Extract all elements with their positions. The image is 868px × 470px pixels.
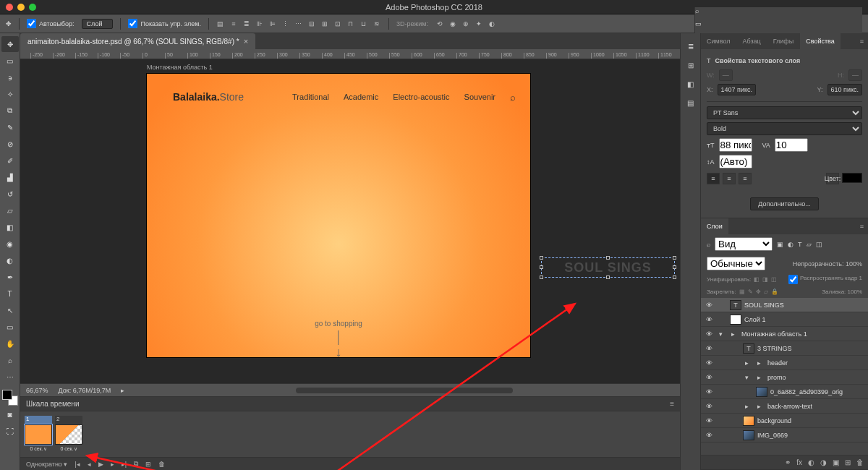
layer-row[interactable]: 👁0_6a882_a5d90399_orig <box>701 385 868 399</box>
link-layers-icon[interactable]: ⚭ <box>785 458 791 466</box>
panel-menu-icon[interactable]: ≡ <box>856 38 868 45</box>
layer-row[interactable]: 👁TSOUL SINGS <box>701 298 868 312</box>
path-tool[interactable]: ↖ <box>1 302 19 318</box>
pen-tool[interactable]: ✒ <box>1 269 19 285</box>
layer-mask-icon[interactable]: ◐ <box>808 458 814 466</box>
lock-all-icon[interactable]: 🔒 <box>771 289 778 295</box>
workspace-icon[interactable]: ▭ <box>695 20 862 27</box>
history-brush-tool[interactable]: ↺ <box>1 186 19 202</box>
prev-frame-icon[interactable]: ◂ <box>88 461 91 468</box>
lock-pixel-icon[interactable]: ✎ <box>748 289 753 295</box>
align-center-icon[interactable]: ≡ <box>723 173 736 184</box>
visibility-icon[interactable]: 👁 <box>704 359 714 367</box>
font-size-field[interactable] <box>719 138 752 152</box>
visibility-icon[interactable]: 👁 <box>704 417 714 424</box>
tracking-field[interactable] <box>719 155 752 168</box>
filter-pixel-icon[interactable]: ▣ <box>777 241 783 248</box>
layer-filter-icon[interactable]: ⌕ <box>707 241 710 248</box>
layer-row[interactable]: 👁Слой 1 <box>701 312 868 327</box>
autoselect-check[interactable]: Автовыбор: <box>27 19 75 28</box>
timeline-frame-1[interactable]: 1 0 сек.∨ <box>25 416 52 452</box>
visibility-icon[interactable]: 👁 <box>704 374 714 381</box>
tab-layers[interactable]: Слои <box>701 218 728 234</box>
autoselect-dropdown[interactable]: Слой <box>82 19 114 29</box>
delete-frame-icon[interactable]: 🗑 <box>158 461 165 468</box>
prop-y[interactable]: 610 пикс. <box>827 84 862 95</box>
layer-row[interactable]: 👁▸▸header <box>701 356 868 370</box>
color-icon[interactable]: ◧ <box>685 78 697 90</box>
layer-fx-icon[interactable]: fx <box>796 458 802 466</box>
layer-row[interactable]: 👁T3 STRINGS <box>701 341 868 356</box>
color-swatches[interactable] <box>2 390 18 406</box>
last-frame-icon[interactable]: ▸| <box>122 461 127 468</box>
swatches-icon[interactable]: ⊞ <box>685 59 697 71</box>
visibility-icon[interactable]: 👁 <box>704 316 714 323</box>
search-icon[interactable]: ⌕ <box>695 7 862 14</box>
layer-row[interactable]: 👁▾▸Монтажная область 1 <box>701 327 868 341</box>
history-icon[interactable]: ≣ <box>685 40 697 52</box>
layer-row[interactable]: 👁background <box>701 414 868 428</box>
selected-text-layer[interactable]: SOUL SINGS <box>564 260 652 275</box>
visibility-icon[interactable]: 👁 <box>704 330 714 338</box>
magic-wand-tool[interactable]: ✧ <box>1 86 19 102</box>
visibility-icon[interactable]: 👁 <box>704 432 714 439</box>
filter-smart-icon[interactable]: ◫ <box>816 241 822 248</box>
hand-tool[interactable]: ✋ <box>1 336 19 351</box>
visibility-icon[interactable]: 👁 <box>704 403 714 410</box>
show-controls-check[interactable]: Показать упр. элем. <box>128 19 200 28</box>
more-button[interactable]: Дополнительно... <box>750 197 818 210</box>
tween-icon[interactable]: ⧉ <box>134 460 138 468</box>
visibility-icon[interactable]: 👁 <box>704 302 714 309</box>
move-tool[interactable]: ✥ <box>1 36 19 52</box>
lock-pos-icon[interactable]: ✥ <box>756 289 761 295</box>
zoom-tool[interactable]: ⌕ <box>1 352 19 368</box>
text-color-chip[interactable] <box>842 173 862 183</box>
play-icon[interactable]: ▶ <box>98 461 103 468</box>
artboard[interactable]: Balalaika.Store Traditional Academic Ele… <box>147 74 530 357</box>
new-group-icon[interactable]: ▣ <box>833 458 839 466</box>
type-tool[interactable]: T <box>1 286 19 302</box>
align-left-icon[interactable]: ≡ <box>707 173 720 184</box>
edit-toolbar[interactable]: ⋯ <box>1 369 19 385</box>
panel-menu-icon[interactable]: ≡ <box>856 223 868 230</box>
selection-bounding-box[interactable]: SOUL SINGS <box>541 257 675 278</box>
opacity-field[interactable]: 100% <box>846 260 862 268</box>
delete-layer-icon[interactable]: 🗑 <box>856 458 864 466</box>
screenmode-tool[interactable]: ⛶ <box>1 423 19 439</box>
lock-artboard-icon[interactable]: ▱ <box>764 289 768 295</box>
gradient-tool[interactable]: ◧ <box>1 219 19 235</box>
shape-tool[interactable]: ▭ <box>1 319 19 335</box>
document-tab[interactable]: animaiton-balalaika-store.psd @ 66,7% (S… <box>20 33 255 49</box>
doc-size[interactable]: Док: 6,76M/19,7M <box>59 387 111 394</box>
blend-mode-select[interactable]: Обычные <box>707 257 765 270</box>
h-scrollbar[interactable] <box>296 388 513 393</box>
font-family-select[interactable]: PT Sans <box>707 106 862 119</box>
lock-trans-icon[interactable]: ▦ <box>739 289 745 295</box>
filter-adjust-icon[interactable]: ◐ <box>788 241 793 248</box>
tab-glyphs[interactable]: Глифы <box>767 33 800 49</box>
next-frame-icon[interactable]: ▸ <box>111 461 114 468</box>
layer-row[interactable]: 👁▸▸back-arrow-text <box>701 399 868 414</box>
mode3d-icons[interactable]: ⟲◉⊕✦◐ <box>435 20 496 28</box>
brush-tool[interactable]: ✐ <box>1 153 19 168</box>
dodge-tool[interactable]: ◐ <box>1 252 19 268</box>
prop-x[interactable]: 1407 пикс. <box>718 84 756 95</box>
font-weight-select[interactable]: Bold <box>707 122 862 135</box>
marquee-tool[interactable]: ▭ <box>1 53 19 69</box>
filter-shape-icon[interactable]: ▱ <box>807 241 812 248</box>
fill-field[interactable]: 100% <box>848 289 862 295</box>
visibility-icon[interactable]: 👁 <box>704 388 714 396</box>
propagate-check[interactable]: Распространять кадр 1 <box>788 275 862 284</box>
lasso-tool[interactable]: ϶ <box>1 69 19 85</box>
unify-pos-icon[interactable]: ◧ <box>754 276 760 283</box>
tab-properties[interactable]: Свойства <box>800 33 841 49</box>
crop-tool[interactable]: ⧉ <box>1 103 19 119</box>
filter-type-icon[interactable]: T <box>798 241 802 248</box>
visibility-icon[interactable]: 👁 <box>704 345 714 352</box>
quickmask-tool[interactable]: ◙ <box>1 406 19 422</box>
layer-row[interactable]: 👁▾▸promo <box>701 370 868 385</box>
first-frame-icon[interactable]: |◂ <box>75 461 80 468</box>
unify-vis-icon[interactable]: ◨ <box>762 276 768 283</box>
new-frame-icon[interactable]: ⊞ <box>145 461 151 468</box>
new-layer-icon[interactable]: ⊞ <box>845 458 851 466</box>
